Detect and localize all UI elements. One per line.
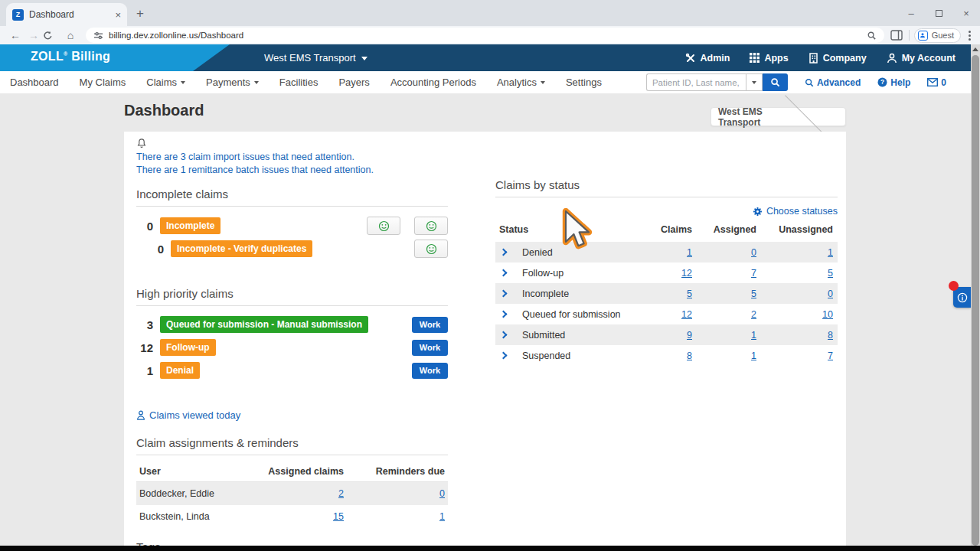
alert-claim-import-link[interactable]: There are 3 claim import issues that nee…: [136, 152, 448, 162]
nav-facilities[interactable]: Facilities: [279, 77, 318, 88]
claims-count-link[interactable]: 5: [687, 289, 692, 299]
menu-item-company[interactable]: Company: [808, 53, 867, 64]
status-row-suspended: Suspended 8 1 7: [495, 345, 838, 366]
expand-chevron-icon[interactable]: [500, 331, 508, 339]
back-icon[interactable]: ←: [6, 29, 24, 41]
nav-payments[interactable]: Payments: [206, 77, 259, 88]
assigned-claims-link[interactable]: 15: [333, 511, 344, 522]
chevron-down-icon: [752, 81, 756, 84]
advanced-search-link[interactable]: Advanced: [805, 77, 861, 88]
status-row-followup: Follow-up 12 7 5: [495, 262, 838, 283]
scroll-up-arrow-icon[interactable]: [972, 47, 978, 51]
status-row-queued: Queued for submission 12 2 10: [495, 304, 838, 324]
menu-item-apps[interactable]: Apps: [750, 53, 788, 64]
unassigned-count-link[interactable]: 7: [828, 350, 833, 361]
unassigned-count-link[interactable]: 5: [828, 268, 833, 279]
assigned-count-link[interactable]: 5: [751, 289, 756, 299]
claims-count-link[interactable]: 1: [687, 247, 692, 258]
maximize-button[interactable]: [925, 0, 952, 26]
unassigned-count-link[interactable]: 10: [822, 309, 833, 320]
incomplete-count: 0: [136, 220, 153, 233]
assigned-count-link[interactable]: 1: [751, 330, 756, 341]
work-button[interactable]: Work: [412, 363, 448, 379]
choose-statuses-link[interactable]: Choose statuses: [753, 206, 838, 217]
claim-search-input[interactable]: [646, 73, 746, 91]
unassigned-count-link[interactable]: 8: [828, 330, 833, 341]
nav-dashboard[interactable]: Dashboard: [10, 77, 59, 88]
nav-accounting-periods[interactable]: Accounting Periods: [390, 77, 476, 88]
close-window-button[interactable]: ×: [952, 0, 980, 26]
zoom-icon[interactable]: [867, 31, 877, 41]
zoll-favicon: Z: [12, 9, 24, 21]
guest-label: Guest: [932, 31, 954, 40]
smiley-button[interactable]: [414, 240, 448, 258]
expand-chevron-icon[interactable]: [500, 311, 508, 318]
url-text[interactable]: billing.dev.zollonline.us/Dashboard: [109, 31, 861, 40]
help-link[interactable]: ? Help: [877, 77, 910, 88]
expand-chevron-icon[interactable]: [500, 249, 508, 256]
tab-title: Dashboard: [29, 9, 109, 20]
info-icon: [957, 292, 968, 303]
assigned-claims-link[interactable]: 2: [338, 488, 344, 499]
nav-analytics[interactable]: Analytics: [497, 77, 545, 88]
site-settings-icon[interactable]: [93, 31, 103, 41]
url-bar[interactable]: billing.dev.zollonline.us/Dashboard: [86, 28, 884, 43]
assigned-count-link[interactable]: 0: [751, 247, 756, 258]
claims-count-link[interactable]: 9: [687, 330, 692, 341]
claims-count-link[interactable]: 8: [687, 350, 692, 361]
reminders-due-link[interactable]: 1: [439, 511, 445, 522]
unassigned-count-link[interactable]: 1: [828, 247, 833, 258]
assigned-count-link[interactable]: 7: [751, 268, 756, 279]
assigned-count-link[interactable]: 2: [751, 309, 756, 320]
side-panel-icon[interactable]: [890, 30, 903, 41]
messages-link[interactable]: 0: [927, 77, 946, 88]
search-button[interactable]: [763, 73, 788, 91]
guest-profile-button[interactable]: Guest: [914, 28, 961, 43]
expand-chevron-icon[interactable]: [500, 352, 508, 360]
assignments-table-header: User Assigned claims Reminders due: [136, 461, 448, 482]
smiley-button[interactable]: [414, 217, 448, 235]
org-select-dropdown[interactable]: West EMS Transport: [710, 107, 846, 126]
nav-my-claims[interactable]: My Claims: [80, 77, 126, 88]
status-row-denied: Denied 1 0 1: [495, 242, 838, 262]
browser-tab[interactable]: Z Dashboard ×: [6, 3, 127, 26]
gear-icon: [753, 207, 763, 217]
search-icon: [770, 77, 780, 87]
expand-chevron-icon[interactable]: [500, 290, 508, 298]
scrollbar-thumb[interactable]: [972, 55, 979, 546]
nav-settings[interactable]: Settings: [566, 77, 602, 88]
claims-count-link[interactable]: 12: [681, 309, 692, 320]
work-button[interactable]: Work: [412, 340, 448, 356]
home-icon[interactable]: ⌂: [61, 29, 80, 41]
smiley-icon: [426, 243, 437, 255]
unassigned-count-link[interactable]: 0: [828, 289, 833, 299]
chevron-down-icon: [541, 81, 545, 84]
tab-close-icon[interactable]: ×: [115, 9, 121, 21]
menu-item-admin[interactable]: Admin: [685, 53, 730, 64]
header-menu: Admin Apps Company My Account: [685, 44, 956, 71]
minimize-button[interactable]: –: [897, 0, 925, 26]
claims-viewed-today-link[interactable]: Claims viewed today: [136, 409, 448, 421]
priority-row-denial: 1 Denial Work: [136, 362, 448, 379]
assigned-count-link[interactable]: 1: [751, 350, 756, 361]
followup-badge: Follow-up: [160, 339, 216, 356]
nav-payers[interactable]: Payers: [338, 77, 369, 88]
expand-chevron-icon[interactable]: [500, 269, 508, 277]
page-scrollbar[interactable]: [971, 44, 980, 546]
status-row-submitted: Submitted 9 1 8: [495, 324, 838, 345]
search-options-button[interactable]: [746, 73, 763, 91]
browser-menu-icon[interactable]: [965, 31, 974, 41]
org-switcher[interactable]: West EMS Transport: [264, 52, 368, 64]
menu-item-my-account[interactable]: My Account: [887, 53, 956, 64]
reminders-due-link[interactable]: 0: [439, 488, 445, 499]
nav-claims[interactable]: Claims: [146, 77, 185, 88]
smiley-button[interactable]: [367, 217, 400, 235]
claims-count-link[interactable]: 12: [681, 268, 692, 279]
incomplete-verify-count: 0: [147, 243, 164, 256]
work-button[interactable]: Work: [412, 317, 448, 333]
new-tab-button[interactable]: +: [136, 6, 144, 21]
tools-icon: [685, 53, 696, 64]
reload-icon[interactable]: [43, 31, 61, 41]
alert-remittance-link[interactable]: There are 1 remittance batch issues that…: [136, 165, 448, 175]
org-switcher-label: West EMS Transport: [264, 52, 356, 64]
